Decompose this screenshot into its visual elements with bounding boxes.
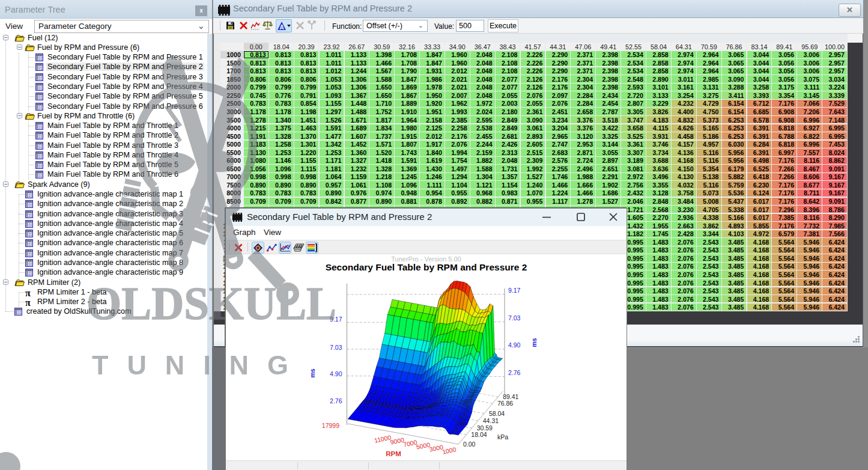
svg-text:4.90: 4.90 <box>330 370 342 377</box>
svg-text:18.04: 18.04 <box>471 431 487 438</box>
svg-text:7.03: 7.03 <box>508 314 521 322</box>
svg-text:89.41: 89.41 <box>503 393 518 400</box>
svg-text:7.03: 7.03 <box>330 344 342 351</box>
svg-text:kPa: kPa <box>497 433 508 441</box>
svg-text:2.76: 2.76 <box>508 369 521 376</box>
svg-text:2.76: 2.76 <box>330 397 342 404</box>
svg-text:0.00: 0.00 <box>463 441 476 448</box>
svg-text:9.17: 9.17 <box>508 287 521 294</box>
svg-text:58.04: 58.04 <box>489 410 505 417</box>
svg-text:44.31: 44.31 <box>483 417 499 424</box>
svg-text:76.86: 76.86 <box>497 400 513 407</box>
svg-text:4.90: 4.90 <box>508 341 521 349</box>
svg-text:ms: ms <box>530 338 538 347</box>
svg-text:ms: ms <box>309 368 316 377</box>
svg-text:17999: 17999 <box>322 422 339 429</box>
svg-text:RPM: RPM <box>386 450 401 457</box>
svg-text:30.59: 30.59 <box>477 424 493 432</box>
svg-text:9.17: 9.17 <box>330 316 342 323</box>
svg-text:1000: 1000 <box>442 445 457 456</box>
